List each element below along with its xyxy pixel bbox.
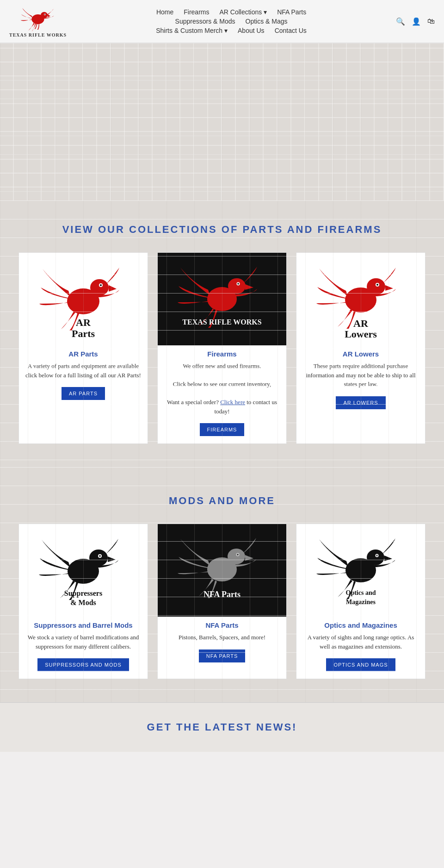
- nav-suppressors[interactable]: Suppressors & Mods: [175, 18, 235, 25]
- svg-point-35: [228, 549, 245, 564]
- ar-lowers-link[interactable]: AR Lowers: [343, 350, 379, 358]
- firearms-desc: We offer new and used firearms. Click be…: [158, 362, 286, 416]
- main-nav: Home Firearms AR Collections ▾ NFA Parts…: [67, 8, 396, 34]
- logo-text: Texas Rifle Works: [9, 32, 67, 38]
- ar-lowers-button[interactable]: AR LOWERS: [336, 396, 385, 409]
- svg-text:Parts: Parts: [72, 328, 95, 339]
- suppressors-link[interactable]: Suppressors and Barrel Mods: [34, 621, 132, 629]
- nfa-parts-desc: Pistons, Barrels, Spacers, and more!: [172, 633, 272, 642]
- footer-section: GET THE LATEST NEWS!: [0, 702, 444, 752]
- svg-text:TEXAS RIFLE WORKS: TEXAS RIFLE WORKS: [182, 318, 261, 326]
- suppressors-desc: We stock a variety of barrel modificatio…: [19, 633, 148, 651]
- hero-section: [0, 43, 444, 200]
- collections-cards-grid: AR Parts AR Parts A variety of parts and…: [18, 252, 426, 444]
- nav-optics[interactable]: Optics & Mags: [246, 18, 288, 25]
- nav-row-2: Suppressors & Mods Optics & Mags: [175, 18, 288, 25]
- svg-text:Magazines: Magazines: [346, 599, 376, 606]
- svg-text:AR: AR: [353, 318, 369, 329]
- nav-home[interactable]: Home: [156, 8, 173, 16]
- ar-lowers-desc: These parts require additional purchase …: [296, 362, 425, 389]
- ar-parts-image: AR Parts: [19, 253, 148, 345]
- firearms-eagle-icon: TEXAS RIFLE WORKS: [176, 257, 268, 341]
- nav-contact[interactable]: Contact Us: [275, 27, 307, 34]
- svg-marker-7: [109, 285, 117, 292]
- svg-text:AR: AR: [76, 317, 91, 328]
- nav-about[interactable]: About Us: [238, 27, 265, 34]
- svg-point-44: [376, 555, 378, 556]
- mods-cards-grid: Suppressers & Mods Suppressors and Barre…: [18, 524, 426, 679]
- svg-point-14: [228, 278, 246, 294]
- svg-marker-42: [384, 556, 392, 561]
- suppressors-eagle-icon: Suppressers & Mods: [37, 529, 130, 612]
- optics-desc: A variety of sights and long range optic…: [296, 633, 425, 651]
- ar-parts-eagle-icon: AR Parts: [37, 257, 130, 341]
- ar-lowers-eagle-icon: AR Lowers: [314, 257, 407, 341]
- special-order-link[interactable]: Click here: [220, 399, 245, 406]
- svg-text:Lowers: Lowers: [345, 328, 377, 340]
- nfa-parts-button[interactable]: NFA PARTS: [199, 649, 246, 662]
- ar-parts-card: AR Parts AR Parts A variety of parts and…: [18, 252, 148, 444]
- firearms-button[interactable]: FIREARMS: [200, 423, 245, 436]
- svg-text:NFA Parts: NFA Parts: [204, 590, 240, 599]
- collections-section: VIEW OUR COLLECTIONS OF PARTS AND FIREAR…: [0, 200, 444, 467]
- svg-point-23: [376, 284, 378, 286]
- nav-shirts[interactable]: Shirts & Custom Merch ▾: [156, 27, 228, 34]
- nav-ar-collections[interactable]: AR Collections ▾: [219, 8, 267, 16]
- suppressors-image: Suppressers & Mods: [19, 524, 148, 617]
- firearms-card: TEXAS RIFLE WORKS Firearms We offer new …: [157, 252, 287, 444]
- firearms-link[interactable]: Firearms: [207, 350, 236, 358]
- nfa-parts-image: NFA Parts: [158, 524, 286, 617]
- ar-parts-button[interactable]: AR PARTS: [62, 387, 105, 400]
- optics-card: Optics and Magazines Optics and Magazine…: [296, 524, 426, 679]
- nav-firearms[interactable]: Firearms: [184, 8, 209, 16]
- hero-background: [0, 43, 444, 200]
- mods-section: MODS AND MORE: [0, 467, 444, 702]
- svg-marker-28: [108, 556, 116, 562]
- nav-row-3: Shirts & Custom Merch ▾ About Us Contact…: [156, 27, 307, 34]
- nfa-eagle-icon: NFA Parts: [176, 529, 268, 612]
- svg-point-27: [89, 550, 108, 566]
- search-button[interactable]: 🔍: [396, 17, 405, 26]
- login-button[interactable]: 👤: [412, 17, 421, 26]
- ar-parts-desc: A variety of parts and equipment are ava…: [19, 362, 148, 380]
- firearms-image: TEXAS RIFLE WORKS: [158, 253, 286, 345]
- svg-point-38: [237, 554, 239, 556]
- nav-row-1: Home Firearms AR Collections ▾ NFA Parts: [156, 8, 306, 16]
- svg-marker-21: [385, 285, 393, 291]
- svg-text:& Mods: & Mods: [70, 599, 96, 606]
- logo[interactable]: Texas Rifle Works: [9, 5, 67, 38]
- svg-text:Suppressers: Suppressers: [64, 589, 102, 598]
- suppressors-card: Suppressers & Mods Suppressors and Barre…: [18, 524, 148, 679]
- svg-point-17: [237, 283, 239, 285]
- site-header: Texas Rifle Works Home Firearms AR Colle…: [0, 0, 444, 43]
- collections-title: VIEW OUR COLLECTIONS OF PARTS AND FIREAR…: [14, 224, 430, 236]
- ar-lowers-image: AR Lowers: [296, 253, 425, 345]
- svg-point-20: [367, 278, 385, 295]
- ar-parts-link[interactable]: AR Parts: [68, 350, 98, 358]
- svg-point-41: [367, 550, 384, 565]
- svg-marker-2: [48, 14, 50, 17]
- nfa-parts-card: NFA Parts NFA Parts Pistons, Barrels, Sp…: [157, 524, 287, 679]
- svg-text:Optics and: Optics and: [346, 589, 376, 596]
- optics-image: Optics and Magazines: [296, 524, 425, 617]
- svg-point-30: [99, 555, 101, 557]
- logo-eagle-icon: [19, 5, 56, 32]
- nfa-parts-link[interactable]: NFA Parts: [205, 621, 238, 629]
- mods-title: MODS AND MORE: [14, 495, 430, 507]
- suppressors-button[interactable]: SUPPRESSORS AND MODS: [37, 658, 129, 671]
- optics-button[interactable]: OPTICS AND MAGS: [326, 658, 395, 671]
- svg-point-9: [100, 284, 102, 286]
- ar-lowers-card: AR Lowers AR Lowers These parts require …: [296, 252, 426, 444]
- footer-title: GET THE LATEST NEWS!: [9, 721, 435, 733]
- cart-button[interactable]: 🛍: [427, 17, 435, 25]
- nav-nfa-parts[interactable]: NFA Parts: [277, 8, 306, 16]
- optics-eagle-icon: Optics and Magazines: [314, 529, 407, 612]
- svg-point-6: [90, 279, 109, 296]
- header-icons: 🔍 👤 🛍: [396, 17, 435, 26]
- optics-link[interactable]: Optics and Magazines: [324, 621, 397, 629]
- svg-point-4: [44, 14, 45, 15]
